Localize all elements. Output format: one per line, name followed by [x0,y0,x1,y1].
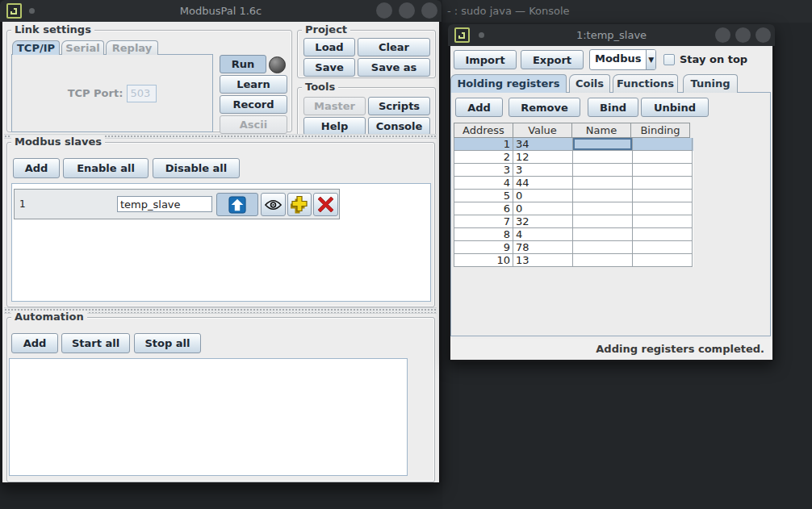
slave-row[interactable]: 1 [14,189,340,219]
cell-name[interactable] [573,138,633,151]
cell-value[interactable]: 34 [513,138,573,151]
cell-value[interactable]: 3 [513,164,573,177]
save-button[interactable]: Save [303,58,355,77]
cell-binding[interactable] [633,241,693,254]
register-unbind-button[interactable]: Unbind [641,98,709,117]
cell-address[interactable]: 3 [454,164,513,177]
cell-value[interactable]: 12 [513,151,573,164]
cell-binding[interactable] [633,254,693,267]
cell-name[interactable] [573,202,633,215]
enable-all-button[interactable]: Enable all [63,158,149,178]
cell-name[interactable] [573,241,633,254]
cell-address[interactable]: 8 [454,228,513,241]
cell-name[interactable] [573,215,633,228]
cell-address[interactable]: 4 [454,177,513,190]
register-add-button[interactable]: Add [455,98,503,117]
tab-holding-registers[interactable]: Holding registers [450,74,567,93]
cell-binding[interactable] [633,228,693,241]
stop-all-button[interactable]: Stop all [134,333,201,353]
stay-on-top-checkbox[interactable] [663,54,675,65]
minimize-button[interactable] [376,2,392,19]
run-button[interactable]: Run [220,55,266,73]
slave-maximize-button[interactable] [735,27,751,43]
master-button[interactable]: Master [303,97,366,115]
load-button[interactable]: Load [303,38,355,56]
tab-coils[interactable]: Coils [569,74,610,93]
automation-add-button[interactable]: Add [11,333,58,353]
cell-binding[interactable] [633,151,693,164]
table-row[interactable]: 1013 [454,254,693,267]
start-all-button[interactable]: Start all [61,333,130,353]
cell-value[interactable]: 32 [513,215,573,228]
link-type-select[interactable]: Modbus ▼ [589,49,656,70]
tcp-port-input[interactable] [127,85,157,102]
cell-address[interactable]: 10 [454,254,513,267]
table-row[interactable]: 50 [454,190,693,202]
konsole-titlebar[interactable]: - : sudo java — Konsole [442,0,812,23]
disable-all-button[interactable]: Disable all [153,158,240,178]
register-bind-button[interactable]: Bind [588,98,638,117]
cell-value[interactable]: 0 [513,190,573,202]
slave-view-button[interactable] [261,193,286,216]
table-row[interactable]: 60 [454,202,693,215]
cell-name[interactable] [573,151,633,164]
cell-name[interactable] [573,254,633,267]
tab-tuning[interactable]: Tuning [683,74,738,93]
modbuspal-titlebar[interactable]: ModbusPal 1.6c [0,0,442,22]
column-header-value[interactable]: Value [513,123,572,138]
learn-button[interactable]: Learn [220,75,287,94]
slave-enabled-toggle[interactable] [216,193,258,216]
cell-binding[interactable] [633,190,693,202]
close-button[interactable] [421,2,437,19]
cell-binding[interactable] [633,177,693,190]
slave-minimize-button[interactable] [715,27,730,43]
cell-value[interactable]: 4 [513,228,573,241]
cell-value[interactable]: 78 [513,241,573,254]
cell-address[interactable]: 2 [454,151,513,164]
slave-add-button[interactable]: Add [13,158,60,178]
tab-replay[interactable]: Replay [106,40,158,55]
save-as-button[interactable]: Save as [358,58,430,77]
chevron-down-icon[interactable]: ▼ [646,50,655,69]
cell-value[interactable]: 44 [513,177,573,190]
table-row[interactable]: 978 [454,241,693,254]
cell-value[interactable]: 13 [513,254,573,267]
cell-binding[interactable] [633,138,693,151]
maximize-button[interactable] [399,2,415,19]
cell-address[interactable]: 1 [454,138,513,151]
tab-tcpip[interactable]: TCP/IP [12,40,60,55]
table-row[interactable]: 732 [454,215,693,228]
scripts-button[interactable]: Scripts [368,97,430,115]
cell-name[interactable] [573,177,633,190]
cell-binding[interactable] [633,202,693,215]
console-button[interactable]: Console [368,117,430,136]
column-header-name[interactable]: Name [571,123,631,138]
cell-address[interactable]: 7 [454,215,513,228]
record-button[interactable]: Record [220,95,287,114]
table-row[interactable]: 444 [454,177,693,190]
tab-serial[interactable]: Serial [61,40,104,55]
slave-delete-button[interactable] [313,193,338,216]
cell-binding[interactable] [633,164,693,177]
slave-name-input[interactable] [117,196,212,212]
table-row[interactable]: 134 [454,138,693,151]
table-row[interactable]: 84 [454,228,693,241]
cell-address[interactable]: 5 [454,190,513,202]
tab-functions[interactable]: Functions [613,74,678,93]
cell-value[interactable]: 0 [513,202,573,215]
help-button[interactable]: Help [303,117,366,136]
export-button[interactable]: Export [521,50,584,69]
cell-name[interactable] [573,228,633,241]
column-header-binding[interactable]: Binding [630,123,690,138]
cell-address[interactable]: 9 [454,241,513,254]
column-header-address[interactable]: Address [454,123,513,138]
cell-name[interactable] [573,164,633,177]
ascii-button[interactable]: Ascii [220,115,287,134]
slave-titlebar[interactable]: 1:temp_slave [448,24,775,46]
table-row[interactable]: 212 [454,151,693,164]
clear-button[interactable]: Clear [358,38,430,56]
slave-duplicate-button[interactable] [287,193,312,216]
cell-name[interactable] [573,190,633,202]
import-button[interactable]: Import [454,50,517,69]
cell-binding[interactable] [633,215,693,228]
